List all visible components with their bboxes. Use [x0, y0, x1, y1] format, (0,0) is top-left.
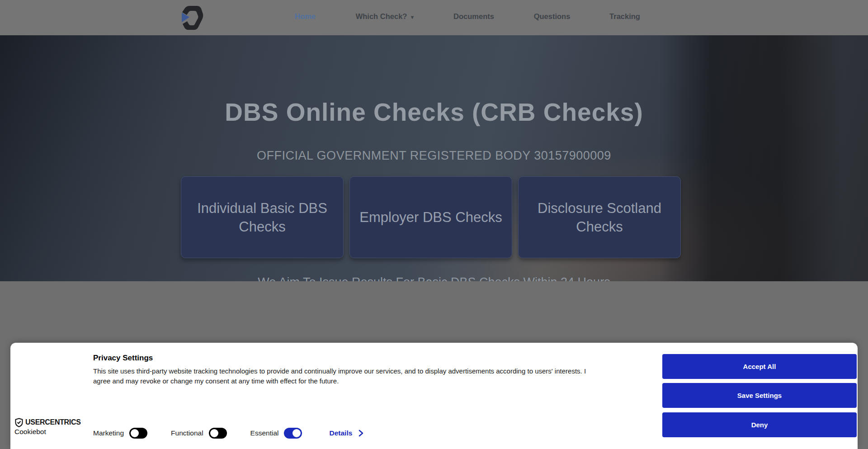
- details-link-label: Details: [329, 429, 352, 437]
- essential-toggle[interactable]: [284, 428, 302, 439]
- nav-item-documents[interactable]: Documents: [453, 12, 494, 21]
- toggle-knob: [292, 429, 301, 437]
- toggle-knob: [131, 429, 139, 437]
- individual-basic-dbs-checks-button[interactable]: Individual Basic DBS Checks: [181, 176, 344, 258]
- marketing-toggle-group: Marketing: [93, 428, 147, 439]
- usercentrics-shield-icon: [14, 418, 24, 427]
- accept-all-button[interactable]: Accept All: [662, 354, 857, 379]
- employer-dbs-checks-button[interactable]: Employer DBS Checks: [349, 176, 512, 258]
- privacy-settings-description: This site uses third-party website track…: [93, 366, 586, 386]
- hero-section: DBS Online Checks (CRB Checks) OFFICIAL …: [0, 35, 868, 281]
- marketing-toggle-label: Marketing: [93, 429, 124, 437]
- marketing-toggle[interactable]: [129, 428, 147, 439]
- top-navigation: Home Which Check?▼ Documents Questions T…: [0, 0, 868, 35]
- nav-item-tracking[interactable]: Tracking: [609, 12, 640, 21]
- chevron-right-icon: [359, 430, 363, 437]
- toggle-knob: [210, 429, 218, 437]
- chevron-down-icon: ▼: [410, 14, 415, 20]
- nav-item-home[interactable]: Home: [295, 12, 316, 21]
- essential-toggle-group: Essential: [250, 428, 302, 439]
- page-title: DBS Online Checks (CRB Checks): [0, 98, 868, 127]
- deny-button[interactable]: Deny: [662, 412, 857, 437]
- privacy-settings-title: Privacy Settings: [93, 354, 153, 363]
- details-link[interactable]: Details: [329, 429, 363, 437]
- save-settings-button[interactable]: Save Settings: [662, 383, 857, 408]
- nav-item-questions[interactable]: Questions: [534, 12, 571, 21]
- functional-toggle[interactable]: [209, 428, 227, 439]
- site-logo-icon[interactable]: [177, 4, 203, 31]
- essential-toggle-label: Essential: [250, 429, 279, 437]
- functional-toggle-label: Functional: [171, 429, 203, 437]
- nav-item-which-check[interactable]: Which Check?▼: [356, 12, 415, 21]
- hero-button-row: Individual Basic DBS Checks Employer DBS…: [181, 176, 681, 258]
- usercentrics-wordmark: USERCENTRICS: [25, 418, 81, 426]
- functional-toggle-group: Functional: [171, 428, 227, 439]
- disclosure-scotland-checks-button[interactable]: Disclosure Scotland Checks: [518, 176, 681, 258]
- cookiebot-label: Cookiebot: [14, 428, 46, 436]
- hero-subtitle: OFFICIAL GOVERNMENT REGISTERED BODY 3015…: [0, 149, 868, 163]
- cookie-consent-dialog: Privacy Settings This site uses third-pa…: [10, 343, 858, 449]
- consent-toggles-row: Marketing Functional Essential Details: [93, 428, 363, 439]
